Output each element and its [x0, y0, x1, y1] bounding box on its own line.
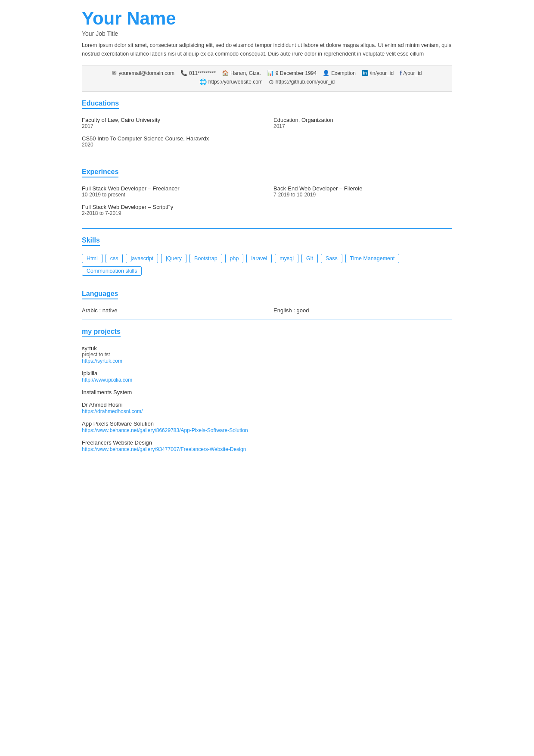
- project-name: App Pixels Software Solution: [82, 420, 452, 427]
- website-contact[interactable]: 🌐 https://yoruwebsite.com: [199, 78, 263, 85]
- project-name: Ipixilia: [82, 370, 452, 376]
- facebook-icon: f: [400, 70, 402, 77]
- english-lang: English: [273, 307, 292, 314]
- candidate-name: Your Name: [82, 9, 452, 28]
- skill-tag: mysql: [275, 254, 298, 263]
- education-item-1: Faculty of Law, Cairo University 2017: [82, 117, 261, 129]
- location-value: Haram, Giza.: [230, 70, 261, 76]
- project-link[interactable]: http://www.ipixilia.com: [82, 377, 132, 383]
- exp-item-2: Back-End Web Developer – Filerole 7-2019…: [273, 185, 452, 198]
- exp-2-date: 7-2019 to 10-2019: [273, 192, 452, 198]
- project-item: Ipixiliahttp://www.ipixilia.com: [82, 370, 452, 383]
- project-desc: project to tst: [82, 352, 452, 358]
- exp-item-1: Full Stack Web Developer – Freelancer 10…: [82, 185, 261, 198]
- languages-section: Languages Arabic : native English : good: [82, 290, 452, 320]
- edu-3-name: CS50 Intro To Computer Science Course, H…: [82, 135, 261, 142]
- english-level: good: [296, 307, 309, 314]
- linkedin-contact[interactable]: in /in/your_id: [362, 70, 394, 76]
- project-item: Dr Ahmed Hosnihttps://drahmedhosni.com/: [82, 401, 452, 414]
- contact-row-2: 🌐 https://yoruwebsite.com ⊙ https://gith…: [86, 78, 448, 85]
- facebook-value: /your_id: [404, 70, 422, 76]
- skill-tag: Git: [301, 254, 318, 263]
- projects-title: my projects: [82, 328, 121, 337]
- github-contact[interactable]: ⊙ https://github.com/your_id: [269, 78, 335, 85]
- skill-tag: css: [106, 254, 123, 263]
- project-link[interactable]: https://syrtuk.com: [82, 358, 122, 364]
- arabic-level: native: [102, 307, 118, 314]
- skill-tag: Time Management: [345, 254, 400, 263]
- skill-tag: Html: [82, 254, 102, 263]
- experiences-section: Experinces Full Stack Web Developer – Fr…: [82, 168, 452, 229]
- educations-section: Educations Faculty of Law, Cairo Univers…: [82, 100, 452, 160]
- project-link[interactable]: https://www.behance.net/gallery/93477007…: [82, 446, 246, 452]
- github-value: https://github.com/your_id: [276, 79, 335, 85]
- linkedin-icon: in: [362, 70, 368, 76]
- project-item: syrtukproject to tsthttps://syrtuk.com: [82, 345, 452, 364]
- exp-1-date: 10-2019 to present: [82, 192, 261, 198]
- contact-row-1: ✉ youremail@domain.com 📞 011********* 🏠 …: [86, 70, 448, 77]
- exemption-icon: 👤: [323, 70, 329, 76]
- skills-section: Skills HtmlcssjavascriptjQueryBootstrapp…: [82, 236, 452, 282]
- skill-tag: javascript: [126, 254, 158, 263]
- location-contact: 🏠 Haram, Giza.: [222, 70, 261, 76]
- skill-tag: jQuery: [161, 254, 186, 263]
- exp-3-date: 2-2018 to 7-2019: [82, 210, 261, 216]
- location-icon: 🏠: [222, 70, 229, 76]
- summary-text: Lorem ipsum dolor sit amet, consectetur …: [82, 41, 452, 58]
- edu-3-date: 2020: [82, 142, 261, 148]
- education-item-3: CS50 Intro To Computer Science Course, H…: [82, 135, 261, 148]
- exemption-value: Exemption: [331, 70, 356, 76]
- educations-col-left: Faculty of Law, Cairo University 2017 CS…: [82, 117, 261, 154]
- language-english: English : good: [273, 307, 452, 314]
- phone-value: 011*********: [189, 70, 216, 76]
- linkedin-value: /in/your_id: [370, 70, 394, 76]
- project-link[interactable]: https://www.behance.net/gallery/86629783…: [82, 427, 248, 433]
- website-value: https://yoruwebsite.com: [208, 79, 263, 85]
- experiences-content: Full Stack Web Developer – Freelancer 10…: [82, 185, 452, 222]
- languages-title: Languages: [82, 290, 118, 299]
- experiences-col-left: Full Stack Web Developer – Freelancer 10…: [82, 185, 261, 222]
- job-title: Your Job Title: [82, 30, 452, 37]
- exemption-contact: 👤 Exemption: [323, 70, 356, 76]
- exp-1-name: Full Stack Web Developer – Freelancer: [82, 185, 261, 192]
- project-name: syrtuk: [82, 345, 452, 352]
- edu-2-name: Education, Organization: [273, 117, 452, 123]
- dob-contact: 📊 9 December 1994: [267, 70, 317, 76]
- phone-icon: 📞: [180, 70, 187, 76]
- exp-2-name: Back-End Web Developer – Filerole: [273, 185, 452, 192]
- skill-tag: Communication skills: [82, 266, 142, 276]
- edu-2-date: 2017: [273, 123, 452, 129]
- projects-section: my projects syrtukproject to tsthttps://…: [82, 328, 452, 461]
- skills-container: HtmlcssjavascriptjQueryBootstrapphplarav…: [82, 254, 452, 276]
- skill-tag: Sass: [321, 254, 342, 263]
- email-value: youremail@domain.com: [118, 70, 174, 76]
- arabic-lang: Arabic: [82, 307, 98, 314]
- skill-tag: laravel: [246, 254, 272, 263]
- dob-value: 9 December 1994: [276, 70, 317, 76]
- experiences-col-right: Back-End Web Developer – Filerole 7-2019…: [273, 185, 452, 222]
- skill-tag: php: [225, 254, 244, 263]
- edu-1-date: 2017: [82, 123, 261, 129]
- projects-container: syrtukproject to tsthttps://syrtuk.comIp…: [82, 345, 452, 452]
- educations-content: Faculty of Law, Cairo University 2017 CS…: [82, 117, 452, 154]
- project-link[interactable]: https://drahmedhosni.com/: [82, 408, 143, 414]
- project-name: Dr Ahmed Hosni: [82, 401, 452, 408]
- project-name: Installments System: [82, 389, 452, 395]
- email-icon: ✉: [112, 70, 117, 76]
- project-item: App Pixels Software Solutionhttps://www.…: [82, 420, 452, 433]
- facebook-contact[interactable]: f /your_id: [400, 70, 422, 77]
- web-icon: 🌐: [199, 78, 207, 85]
- project-item: Installments System: [82, 389, 452, 395]
- education-item-2: Education, Organization 2017: [273, 117, 452, 129]
- resume-header: Your Name Your Job Title Lorem ipsum dol…: [82, 9, 452, 58]
- exp-3-name: Full Stack Web Developer – ScriptFy: [82, 204, 261, 210]
- exp-item-3: Full Stack Web Developer – ScriptFy 2-20…: [82, 204, 261, 216]
- project-item: Freelancers Website Designhttps://www.be…: [82, 439, 452, 452]
- educations-col-right: Education, Organization 2017: [273, 117, 452, 154]
- skills-title: Skills: [82, 236, 100, 246]
- languages-row: Arabic : native English : good: [82, 307, 452, 314]
- edu-1-name: Faculty of Law, Cairo University: [82, 117, 261, 123]
- experiences-title: Experinces: [82, 168, 118, 177]
- github-icon: ⊙: [269, 78, 274, 85]
- project-name: Freelancers Website Design: [82, 439, 452, 446]
